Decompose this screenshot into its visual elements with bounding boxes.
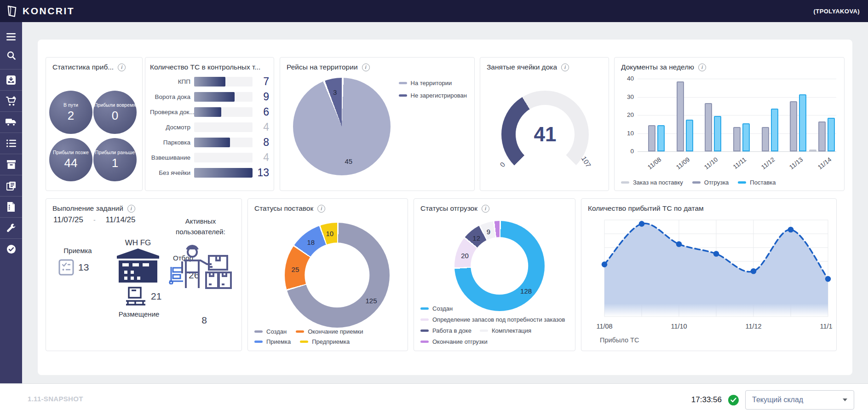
x-tick-label: 11/14 — [816, 156, 833, 171]
slice-value-label: 12 — [472, 234, 480, 242]
bar-11/09[interactable] — [677, 81, 684, 151]
bar-11/12[interactable] — [771, 109, 778, 151]
data-point — [639, 221, 645, 227]
legend-item[interactable]: Приемка — [254, 338, 291, 345]
bar-11/11[interactable] — [742, 123, 750, 151]
bar-11/10[interactable] — [705, 103, 712, 151]
slice-value-label: 3 — [333, 88, 337, 96]
search-icon[interactable] — [0, 46, 22, 64]
legend-item[interactable]: Создан — [254, 328, 287, 335]
invoice-file-icon[interactable] — [0, 196, 22, 217]
documents-legend: Заказ на поставкуОтгрузкаПоставка — [621, 179, 776, 186]
menu-icon[interactable] — [0, 28, 22, 46]
bar-value: 9 — [253, 91, 269, 103]
legend-marker — [738, 181, 746, 184]
bar-value: 6 — [253, 106, 269, 118]
bar-label: Взвешивание — [150, 154, 194, 161]
stat-circle-early[interactable]: Прибыли раньше 1 — [93, 138, 137, 181]
storage-box-icon[interactable] — [0, 154, 22, 175]
x-tick-label: 11/09 — [675, 156, 691, 171]
warehouse-select[interactable]: Текущий склад — [745, 390, 854, 410]
bar-fill — [194, 138, 230, 147]
date-from[interactable]: 11/07/25 — [53, 215, 83, 225]
date-range[interactable]: 11/07/25 - 11/14/25 — [53, 215, 136, 225]
legend-item[interactable]: Не зарегистрирован — [399, 92, 467, 99]
bar-fill — [194, 168, 253, 178]
bar-value: 4 — [253, 121, 269, 133]
bar-label: Досмотр — [150, 124, 194, 131]
card-title: Рейсы на территории — [287, 63, 358, 71]
bar-value: 8 — [253, 136, 269, 149]
x-tick-label: 11/12 — [760, 156, 776, 171]
info-icon[interactable]: i — [362, 64, 370, 71]
info-icon[interactable]: i — [118, 64, 126, 71]
info-icon[interactable]: i — [482, 205, 489, 213]
card-trips: Рейсы на территории i 453 На территорииН… — [280, 57, 475, 191]
bar-11/08[interactable] — [657, 125, 665, 151]
info-icon[interactable]: i — [127, 205, 135, 213]
bar-11/13[interactable] — [790, 101, 797, 151]
tools-icon[interactable] — [0, 217, 22, 238]
legend-item[interactable]: Комплектация — [480, 327, 531, 334]
legend-item[interactable]: Предприемка — [300, 338, 350, 345]
dashboard-panel: Статистика приб... i В пути 2 Прибыли во… — [38, 40, 852, 375]
info-icon[interactable]: i — [317, 205, 325, 213]
gauge-value: 41 — [534, 123, 557, 146]
legend-item[interactable]: Создан — [420, 305, 453, 312]
version-label: 1.11-SNAPSHOT — [28, 395, 83, 403]
legend-item[interactable]: Определение запасов под потребности зака… — [420, 316, 565, 323]
bar-track — [194, 107, 253, 117]
bar-11/13[interactable] — [799, 94, 806, 151]
donut-hole — [305, 243, 369, 307]
stat-circle-in-transit[interactable]: В пути 2 — [49, 91, 92, 134]
legend-item[interactable]: На территории — [399, 80, 467, 87]
date-to[interactable]: 11/14/25 — [106, 215, 136, 225]
bar-11/14[interactable] — [818, 121, 826, 151]
bar-11/14[interactable] — [828, 118, 835, 151]
legend-label: Определение запасов под потребности зака… — [432, 316, 565, 323]
dock-cells-gauge: 41 0 107 — [501, 91, 589, 178]
warehouse-select-value: Текущий склад — [752, 396, 803, 404]
legend-label: Комплектация — [492, 327, 531, 334]
bar-11/10[interactable] — [714, 116, 721, 151]
card-delivery-statuses: Статусы поставок i 125251810 СозданОконч… — [247, 198, 408, 351]
stat-circle-on-time[interactable]: Прибыли вовремя 0 — [93, 91, 137, 134]
check-circle-icon[interactable] — [0, 238, 22, 260]
bar-11/12[interactable] — [762, 127, 769, 151]
task-list-icon[interactable] — [0, 133, 22, 154]
brand[interactable]: KONCRIT — [6, 4, 75, 18]
bar-11/09[interactable] — [686, 120, 693, 151]
receiving-box-icon[interactable] — [0, 69, 22, 90]
bar-11/11[interactable] — [733, 127, 741, 151]
legend-item[interactable]: Окончание отгрузки — [420, 338, 488, 345]
worker-boxes-icon — [180, 245, 232, 291]
legend-label: Создан — [266, 328, 287, 335]
card-title: Статусы отгрузок — [420, 204, 477, 213]
warehouse-name: WH FG — [100, 238, 176, 248]
control-point-row: Без ячейки13 — [150, 166, 269, 179]
legend-item[interactable]: Поставка — [738, 179, 776, 186]
bar-fill — [194, 77, 225, 87]
current-user[interactable]: (TPOLYAKOVA) — [814, 8, 860, 15]
bar-value: 13 — [253, 167, 269, 179]
legend-marker — [420, 329, 429, 332]
active-users-label: Активных пользователей: — [162, 216, 239, 237]
receiving-label: Приемка — [57, 247, 98, 254]
info-icon[interactable]: i — [698, 64, 706, 71]
legend-item[interactable]: Отгрузка — [692, 179, 729, 186]
info-icon[interactable]: i — [561, 64, 569, 71]
bar-11/14[interactable] — [809, 150, 816, 151]
stat-circle-late[interactable]: Прибыли позже 44 — [49, 138, 92, 181]
legend-item[interactable]: Работа в доке — [420, 327, 471, 334]
legend-item[interactable]: Окончание приемки — [296, 328, 363, 335]
legend-item[interactable]: Заказ на поставку — [621, 179, 683, 186]
documents-icon[interactable] — [0, 175, 22, 196]
truck-icon[interactable] — [0, 111, 22, 133]
legend-label: Отгрузка — [704, 179, 729, 186]
bar-11/08[interactable] — [648, 125, 655, 151]
cart-plus-icon[interactable] — [0, 90, 22, 111]
bar-track — [194, 138, 253, 147]
footer-bar: 1.11-SNAPSHOT 17:33:56 Текущий склад — [0, 383, 868, 416]
svg-text:11/14: 11/14 — [820, 323, 833, 330]
y-tick-label: 0 — [621, 148, 634, 155]
